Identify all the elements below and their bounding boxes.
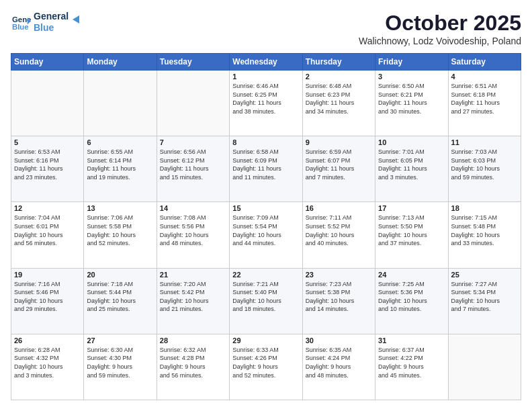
day-number: 2 xyxy=(306,73,372,81)
day-info: Sunrise: 7:23 AM Sunset: 5:38 PM Dayligh… xyxy=(306,280,372,314)
day-number: 17 xyxy=(378,204,445,212)
calendar-cell xyxy=(11,71,84,136)
week-row-2: 5Sunrise: 6:53 AM Sunset: 6:16 PM Daylig… xyxy=(11,136,521,202)
day-number: 30 xyxy=(306,336,372,345)
calendar-cell: 5Sunrise: 6:53 AM Sunset: 6:16 PM Daylig… xyxy=(11,136,84,202)
header-thursday: Thursday xyxy=(302,54,375,71)
calendar-cell xyxy=(448,334,521,400)
calendar-cell: 4Sunrise: 6:51 AM Sunset: 6:18 PM Daylig… xyxy=(448,71,521,136)
calendar-cell: 18Sunrise: 7:15 AM Sunset: 5:48 PM Dayli… xyxy=(448,202,521,268)
day-info: Sunrise: 6:30 AM Sunset: 4:30 PM Dayligh… xyxy=(87,346,153,379)
location-title: Walichnowy, Lodz Voivodeship, Poland xyxy=(359,36,521,46)
calendar-cell: 19Sunrise: 7:16 AM Sunset: 5:46 PM Dayli… xyxy=(11,268,84,334)
calendar-cell: 6Sunrise: 6:55 AM Sunset: 6:14 PM Daylig… xyxy=(84,136,157,202)
calendar-cell: 16Sunrise: 7:11 AM Sunset: 5:52 PM Dayli… xyxy=(302,202,375,268)
day-number: 6 xyxy=(87,138,153,146)
header-tuesday: Tuesday xyxy=(157,54,229,71)
header-wednesday: Wednesday xyxy=(230,54,302,71)
day-info: Sunrise: 7:06 AM Sunset: 5:58 PM Dayligh… xyxy=(87,214,153,247)
calendar-cell: 31Sunrise: 6:37 AM Sunset: 4:22 PM Dayli… xyxy=(375,334,448,400)
day-number: 15 xyxy=(232,204,299,212)
calendar-cell: 29Sunrise: 6:33 AM Sunset: 4:26 PM Dayli… xyxy=(230,334,302,400)
day-number: 29 xyxy=(232,336,299,345)
calendar-cell xyxy=(157,71,229,136)
calendar-cell xyxy=(84,71,157,136)
day-info: Sunrise: 6:32 AM Sunset: 4:28 PM Dayligh… xyxy=(160,346,226,379)
header: General Blue General Blue October 2025 W… xyxy=(11,11,521,46)
calendar-cell: 20Sunrise: 7:18 AM Sunset: 5:44 PM Dayli… xyxy=(84,268,157,334)
header-sunday: Sunday xyxy=(11,54,84,71)
day-number: 9 xyxy=(306,138,372,146)
day-info: Sunrise: 7:01 AM Sunset: 6:05 PM Dayligh… xyxy=(378,148,445,181)
day-info: Sunrise: 6:46 AM Sunset: 6:25 PM Dayligh… xyxy=(232,82,299,116)
day-info: Sunrise: 6:50 AM Sunset: 6:21 PM Dayligh… xyxy=(378,82,445,116)
day-number: 19 xyxy=(14,271,81,279)
calendar-cell: 28Sunrise: 6:32 AM Sunset: 4:28 PM Dayli… xyxy=(157,334,229,400)
day-number: 4 xyxy=(451,73,518,81)
day-info: Sunrise: 6:48 AM Sunset: 6:23 PM Dayligh… xyxy=(306,82,372,116)
month-title: October 2025 xyxy=(359,11,521,36)
week-row-1: 1Sunrise: 6:46 AM Sunset: 6:25 PM Daylig… xyxy=(11,71,521,136)
week-row-5: 26Sunrise: 6:28 AM Sunset: 4:32 PM Dayli… xyxy=(11,334,521,400)
logo-icon: General Blue xyxy=(12,13,31,32)
day-info: Sunrise: 7:13 AM Sunset: 5:50 PM Dayligh… xyxy=(378,214,445,247)
calendar-cell: 15Sunrise: 7:09 AM Sunset: 5:54 PM Dayli… xyxy=(230,202,302,268)
day-info: Sunrise: 7:04 AM Sunset: 6:01 PM Dayligh… xyxy=(14,214,81,247)
day-info: Sunrise: 7:09 AM Sunset: 5:54 PM Dayligh… xyxy=(232,214,299,247)
day-info: Sunrise: 7:18 AM Sunset: 5:44 PM Dayligh… xyxy=(87,280,153,314)
calendar-cell: 2Sunrise: 6:48 AM Sunset: 6:23 PM Daylig… xyxy=(302,71,375,136)
day-number: 20 xyxy=(87,271,153,279)
calendar-cell: 10Sunrise: 7:01 AM Sunset: 6:05 PM Dayli… xyxy=(375,136,448,202)
day-number: 31 xyxy=(378,336,445,345)
day-number: 23 xyxy=(306,271,372,279)
week-row-3: 12Sunrise: 7:04 AM Sunset: 6:01 PM Dayli… xyxy=(11,202,521,268)
day-number: 26 xyxy=(14,336,81,345)
calendar-cell: 30Sunrise: 6:35 AM Sunset: 4:24 PM Dayli… xyxy=(302,334,375,400)
title-block: October 2025 Walichnowy, Lodz Voivodeshi… xyxy=(359,11,521,46)
calendar-table: Sunday Monday Tuesday Wednesday Thursday… xyxy=(11,53,521,400)
calendar-cell: 17Sunrise: 7:13 AM Sunset: 5:50 PM Dayli… xyxy=(375,202,448,268)
day-info: Sunrise: 6:59 AM Sunset: 6:07 PM Dayligh… xyxy=(306,148,372,181)
day-number: 5 xyxy=(14,138,81,146)
calendar-cell: 27Sunrise: 6:30 AM Sunset: 4:30 PM Dayli… xyxy=(84,334,157,400)
day-info: Sunrise: 6:28 AM Sunset: 4:32 PM Dayligh… xyxy=(14,346,81,379)
day-info: Sunrise: 7:11 AM Sunset: 5:52 PM Dayligh… xyxy=(306,214,372,247)
calendar-cell: 22Sunrise: 7:21 AM Sunset: 5:40 PM Dayli… xyxy=(230,268,302,334)
day-info: Sunrise: 6:55 AM Sunset: 6:14 PM Dayligh… xyxy=(87,148,153,181)
calendar-cell: 1Sunrise: 6:46 AM Sunset: 6:25 PM Daylig… xyxy=(230,71,302,136)
day-number: 25 xyxy=(451,271,518,279)
day-info: Sunrise: 7:25 AM Sunset: 5:36 PM Dayligh… xyxy=(378,280,445,314)
day-number: 12 xyxy=(14,204,81,212)
day-number: 13 xyxy=(87,204,153,212)
day-number: 3 xyxy=(378,73,445,81)
day-info: Sunrise: 6:56 AM Sunset: 6:12 PM Dayligh… xyxy=(160,148,226,181)
calendar-cell: 14Sunrise: 7:08 AM Sunset: 5:56 PM Dayli… xyxy=(157,202,229,268)
day-number: 27 xyxy=(87,336,153,345)
calendar-cell: 25Sunrise: 7:27 AM Sunset: 5:34 PM Dayli… xyxy=(448,268,521,334)
day-info: Sunrise: 7:08 AM Sunset: 5:56 PM Dayligh… xyxy=(160,214,226,247)
day-info: Sunrise: 7:20 AM Sunset: 5:42 PM Dayligh… xyxy=(160,280,226,314)
day-number: 22 xyxy=(232,271,299,279)
calendar-cell: 13Sunrise: 7:06 AM Sunset: 5:58 PM Dayli… xyxy=(84,202,157,268)
header-monday: Monday xyxy=(84,54,157,71)
day-info: Sunrise: 6:37 AM Sunset: 4:22 PM Dayligh… xyxy=(378,346,445,379)
logo-blue: Blue xyxy=(34,22,69,34)
calendar-cell: 3Sunrise: 6:50 AM Sunset: 6:21 PM Daylig… xyxy=(375,71,448,136)
logo-arrow-icon xyxy=(70,13,83,26)
calendar-cell: 7Sunrise: 6:56 AM Sunset: 6:12 PM Daylig… xyxy=(157,136,229,202)
day-info: Sunrise: 7:16 AM Sunset: 5:46 PM Dayligh… xyxy=(14,280,81,314)
day-info: Sunrise: 6:58 AM Sunset: 6:09 PM Dayligh… xyxy=(232,148,299,181)
header-saturday: Saturday xyxy=(448,54,521,71)
day-number: 24 xyxy=(378,271,445,279)
day-info: Sunrise: 6:33 AM Sunset: 4:26 PM Dayligh… xyxy=(232,346,299,379)
day-number: 11 xyxy=(451,138,518,146)
day-number: 1 xyxy=(232,73,299,81)
page: General Blue General Blue October 2025 W… xyxy=(0,0,532,411)
weekday-header-row: Sunday Monday Tuesday Wednesday Thursday… xyxy=(11,54,521,71)
svg-text:Blue: Blue xyxy=(12,22,29,30)
calendar-cell: 11Sunrise: 7:03 AM Sunset: 6:03 PM Dayli… xyxy=(448,136,521,202)
day-number: 10 xyxy=(378,138,445,146)
day-info: Sunrise: 6:35 AM Sunset: 4:24 PM Dayligh… xyxy=(306,346,372,379)
calendar-cell: 8Sunrise: 6:58 AM Sunset: 6:09 PM Daylig… xyxy=(230,136,302,202)
day-info: Sunrise: 7:15 AM Sunset: 5:48 PM Dayligh… xyxy=(451,214,518,247)
